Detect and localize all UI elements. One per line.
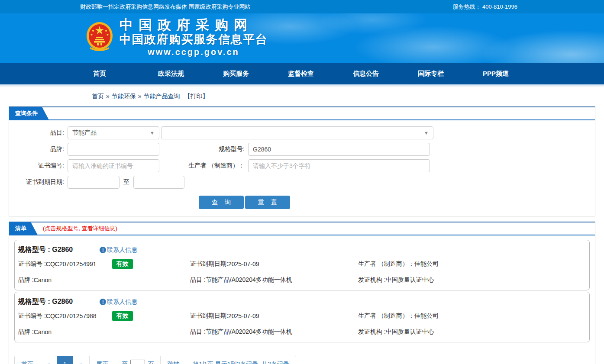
list-panel-tab: 清单 — [9, 222, 38, 235]
pagination-wrap: 首页 « 1 » 尾页 至 页 跳转 第1/1页 显示1到2条记录, 共2条记录 — [9, 344, 595, 364]
national-emblem-icon — [86, 21, 113, 54]
pagination-jump-button[interactable]: 跳转 — [160, 356, 186, 364]
breadcrumb-section-link[interactable]: 节能环保 — [112, 93, 136, 100]
pagination-next-button[interactable]: » — [73, 356, 90, 364]
expire-date-from-input[interactable] — [68, 176, 120, 189]
site-url: www.ccgp.gov.cn — [120, 46, 268, 58]
list-panel-note: (点击规格型号, 查看详细信息) — [43, 225, 117, 232]
issuer-value: 中国质量认证中心 — [386, 276, 434, 284]
pagination-page-1[interactable]: 1 — [57, 356, 73, 364]
result-card: 规格型号 : G2860 ! 联系人信息 证书编号 : CQC207012579… — [14, 292, 590, 342]
form-row-cert-producer: 证书编号: 生产者 （制造商）： — [18, 159, 595, 172]
query-form: 品目: 节能产品 ▼ ▼ 品牌: 规格型号: 证书编号: 生产者 （ — [9, 120, 595, 216]
cert-no-label: 证书编号 : — [18, 260, 46, 268]
category-cell: 品目 : 节能产品/A020204多功能一体机 — [190, 328, 358, 336]
panel-gap — [0, 216, 604, 222]
reset-button[interactable]: 重 置 — [245, 196, 290, 209]
issuer-label: 发证机构 : — [358, 276, 386, 284]
chevron-down-icon: ▼ — [424, 130, 429, 135]
brand-label: 品牌 : — [18, 276, 34, 284]
brand-input[interactable] — [68, 143, 159, 156]
query-panel: 查询条件 品目: 节能产品 ▼ ▼ 品牌: 规格型号: — [9, 106, 595, 216]
pagination: 首页 « 1 » 尾页 至 页 跳转 第1/1页 显示1到2条记录, 共2条记录 — [14, 356, 296, 364]
breadcrumb-separator: » — [106, 93, 110, 100]
nav-item-regulations[interactable]: 政采法规 — [158, 70, 223, 78]
card-detail-grid: 证书编号 : CQC20701257988 有效 证书到期日期: 2025-07… — [18, 311, 586, 336]
nav-item-home[interactable]: 首页 — [93, 70, 158, 78]
info-icon: ! — [100, 299, 106, 305]
model-link[interactable]: 规格型号 : G2860 — [18, 245, 73, 254]
query-panel-header: 查询条件 — [9, 107, 595, 120]
breadcrumb-home-link[interactable]: 首页 — [92, 93, 104, 100]
model-value: G2860 — [52, 246, 73, 253]
producer-label: 生产者 （制造商）： — [358, 260, 414, 268]
producer-input[interactable] — [248, 159, 430, 172]
model-input[interactable] — [248, 143, 430, 156]
nav-item-ppp[interactable]: PPP频道 — [483, 70, 548, 78]
site-tagline: 财政部唯一指定政府采购信息网络发布媒体 国家级政府采购专业网站 — [80, 3, 251, 11]
producer-cell: 生产者 （制造商）： 佳能公司 — [358, 259, 586, 269]
nav-item-announcements[interactable]: 信息公告 — [353, 70, 418, 78]
main-nav: 首页 政采法规 购买服务 监督检查 信息公告 国际专栏 PPP频道 — [0, 63, 604, 84]
brand-value: Canon — [34, 329, 52, 335]
issuer-value: 中国质量认证中心 — [386, 328, 434, 336]
cert-no-value: CQC20701257988 — [46, 312, 97, 319]
nav-item-supervision[interactable]: 监督检查 — [288, 70, 353, 78]
brand-cell: 品牌 : Canon — [18, 276, 190, 284]
expire-date-label: 证书到期日期: — [190, 260, 228, 268]
expire-date-label: 证书到期日期: — [190, 312, 228, 320]
nav-item-purchase-services[interactable]: 购买服务 — [223, 70, 288, 78]
pagination-first-button[interactable]: 首页 — [15, 356, 40, 364]
category-value: 节能产品/A020204多功能一体机 — [206, 328, 292, 336]
top-bar: 财政部唯一指定政府采购信息网络发布媒体 国家级政府采购专业网站 服务热线： 40… — [0, 0, 604, 13]
site-subtitle: 中国政府购买服务信息平台 — [120, 32, 268, 46]
model-link[interactable]: 规格型号 : G2860 — [18, 297, 73, 306]
nav-item-international[interactable]: 国际专栏 — [418, 70, 483, 78]
expire-date-cell: 证书到期日期: 2025-07-09 — [190, 259, 358, 269]
result-list: 规格型号 : G2860 ! 联系人信息 证书编号 : CQC207012549… — [9, 235, 595, 342]
producer-value: 佳能公司 — [414, 260, 439, 268]
chevron-down-icon: ▼ — [150, 130, 155, 135]
brand-label: 品牌 : — [18, 328, 34, 336]
category-value: 节能产品/A020204多功能一体机 — [206, 276, 292, 284]
expire-date-value: 2025-07-09 — [228, 312, 259, 319]
form-row-category: 品目: 节能产品 ▼ ▼ — [18, 126, 595, 139]
producer-label: 生产者 （制造商）： — [358, 312, 414, 320]
card-header-row: 规格型号 : G2860 ! 联系人信息 — [18, 296, 586, 311]
query-panel-tab: 查询条件 — [9, 107, 49, 120]
cert-no-cell: 证书编号 : CQC20701257988 有效 — [18, 311, 190, 321]
expire-date-label: 证书到期日期: — [18, 178, 68, 186]
cert-no-label: 证书编号: — [18, 162, 68, 170]
pagination-prev-button[interactable]: « — [40, 356, 57, 364]
status-badge: 有效 — [112, 311, 133, 321]
result-card: 规格型号 : G2860 ! 联系人信息 证书编号 : CQC207012549… — [14, 240, 590, 290]
category-label: 品目 : — [190, 328, 206, 336]
pagination-last-button[interactable]: 尾页 — [89, 356, 115, 364]
category-label: 品目: — [18, 129, 68, 137]
contact-info-label: 联系人信息 — [107, 298, 137, 306]
goto-prefix-label: 至 — [122, 361, 128, 364]
site-logo[interactable]: 中国政府采购网 中国政府购买服务信息平台 www.ccgp.gov.cn — [86, 18, 268, 58]
subcategory-select[interactable]: ▼ — [161, 126, 433, 139]
contact-info-label: 联系人信息 — [107, 246, 137, 254]
logo-text-block: 中国政府采购网 中国政府购买服务信息平台 www.ccgp.gov.cn — [120, 18, 268, 58]
cert-no-label: 证书编号 : — [18, 312, 46, 320]
producer-label: 生产者 （制造商）： — [159, 162, 248, 170]
print-link[interactable]: 【打印】 — [184, 93, 208, 100]
model-label: 规格型号 : — [18, 298, 52, 305]
site-banner: 中国政府采购网 中国政府购买服务信息平台 www.ccgp.gov.cn — [0, 13, 604, 63]
cert-no-input[interactable] — [68, 159, 159, 172]
goto-page-input[interactable] — [130, 360, 145, 364]
producer-cell: 生产者 （制造商）： 佳能公司 — [358, 311, 586, 321]
search-button[interactable]: 查 询 — [199, 196, 244, 209]
contact-info-link[interactable]: ! 联系人信息 — [100, 298, 137, 306]
form-row-expire-date: 证书到期日期: 至 — [18, 176, 595, 189]
expire-date-to-input[interactable] — [133, 176, 184, 189]
form-row-brand-model: 品牌: 规格型号: — [18, 143, 595, 156]
category-select[interactable]: 节能产品 ▼ — [68, 126, 159, 139]
cert-no-cell: 证书编号 : CQC20701254991 有效 — [18, 259, 190, 269]
service-hotline: 服务热线： 400-810-1996 — [452, 3, 517, 11]
contact-info-link[interactable]: ! 联系人信息 — [100, 246, 137, 254]
model-label: 规格型号 : — [18, 246, 52, 253]
category-select-value: 节能产品 — [72, 129, 97, 137]
